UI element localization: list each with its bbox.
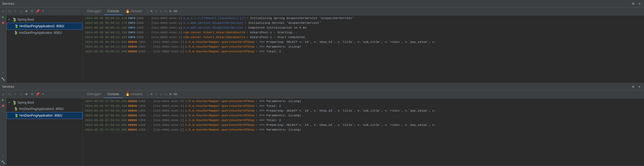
- tab-action-5[interactable]: ≡⊡: [173, 9, 178, 14]
- log-message: : Completed initialization in 4 ms: [245, 25, 307, 30]
- tab-debugger[interactable]: Debugger: [84, 90, 104, 98]
- tree-item-0[interactable]: 🍃 HmDianPingApplication2 :8082/: [7, 23, 82, 29]
- log-class: com.zaxxer.hikari.HikariDataSource: [183, 35, 245, 40]
- spring-app-icon: 🍃: [14, 24, 18, 28]
- log-thread: 2392: [138, 44, 146, 49]
- titlebar-left: Services: [2, 85, 14, 89]
- log-thread-name: [nio-8082-exec-1]: [151, 25, 182, 30]
- tab-action-4[interactable]: ⊡: [168, 92, 173, 97]
- spring-app-icon: 🍃: [14, 113, 18, 118]
- log-line: 2024-05-28 07:59:52.518 DEBUG 1356 --- […: [83, 108, 644, 113]
- tab-bar: DebuggerConsole🔥Actuator≡↑↓↑↓⊡≡⊡: [83, 90, 644, 98]
- log-level: INFO: [128, 35, 136, 40]
- tree-item-0[interactable]: 🍃 HmDianPingApplication2 :8082/: [6, 106, 83, 112]
- refresh-icon[interactable]: ↺: [1, 91, 6, 97]
- tab-action-5[interactable]: ≡⊡: [173, 92, 178, 97]
- panel-body: ↺▶⏹↑🔧↑↓↑↓⊞▽📌+ ▼ 🍃 Spring Boot 🍃 HmDianPi…: [0, 7, 644, 83]
- main-content: DebuggerConsole🔥Actuator≡↑↓↑↓⊡≡⊡ 2024-05…: [83, 90, 644, 166]
- log-dashes: ---: [147, 127, 152, 132]
- run-icon[interactable]: ▶: [1, 97, 6, 103]
- toolbar-icon-1[interactable]: ↑: [13, 92, 18, 97]
- log-message: : ==> Preparing: SELECT v.`id`, v.`shop_…: [255, 123, 436, 127]
- toolbar-icon-5[interactable]: 📌: [35, 92, 40, 97]
- log-line: 2024-05-28 08:00:21.218 INFO 2392 --- [n…: [83, 30, 644, 35]
- spring-boot-folder-icon: 🍃: [12, 100, 16, 105]
- tab-console[interactable]: Console: [104, 90, 122, 98]
- stop-icon[interactable]: ⏹: [1, 103, 6, 108]
- log-line: 2024-05-28 07:59:52.410 DEBUG 1356 --- […: [83, 104, 644, 108]
- close-icon[interactable]: ✕: [637, 84, 642, 89]
- log-level: DEBUG: [128, 40, 137, 44]
- tree-root-spring-boot[interactable]: ▼ 🍃 Spring Boot: [6, 99, 83, 106]
- tab-console[interactable]: Console: [104, 7, 122, 15]
- log-message: : Initializing Servlet 'dispatcherServle…: [245, 21, 321, 25]
- tab-action-0[interactable]: ≡: [149, 92, 154, 97]
- settings-icon[interactable]: ⚙: [631, 1, 636, 6]
- tab-action-4[interactable]: ⊡: [168, 9, 173, 14]
- log-message: : Initializing Spring DispatcherServlet …: [246, 16, 354, 21]
- settings-icon[interactable]: ⚙: [631, 84, 636, 89]
- toolbar-icon-2[interactable]: ↓: [18, 9, 23, 14]
- log-class: c.h.m.VoucherMapper.queryVoucherOfShop: [185, 99, 254, 104]
- tab-debugger[interactable]: Debugger: [84, 7, 104, 15]
- log-timestamp: 2024-05-28 08:00:21.942: [85, 44, 127, 49]
- log-thread: 2392: [136, 21, 144, 25]
- tree-item-1[interactable]: 🍃 HmDianPingApplication :8081/: [6, 30, 83, 36]
- log-thread: 2392: [136, 30, 144, 35]
- log-dashes: ---: [145, 21, 150, 25]
- toolbar-icon-2[interactable]: ↓: [18, 92, 23, 97]
- log-message: : <== Total: 2: [255, 118, 281, 123]
- log-thread: 1356: [138, 113, 146, 118]
- tab-actuator[interactable]: 🔥Actuator: [122, 90, 146, 98]
- wrench-icon[interactable]: 🔧: [1, 76, 6, 82]
- log-thread: 1356: [138, 127, 146, 132]
- log-thread-name: [nio-8082-exec-1]: [151, 30, 182, 35]
- toolbar-icon-6[interactable]: +: [41, 92, 45, 97]
- log-thread: 2392: [136, 35, 144, 40]
- tab-action-0[interactable]: ≡: [149, 9, 154, 14]
- tree-item-label: HmDianPingApplication2 :8082/: [19, 107, 64, 111]
- tab-actuator[interactable]: 🔥Actuator: [122, 7, 146, 15]
- log-line: 2024-05-28 08:00:21.999 DEBUG 2392 --- […: [83, 49, 644, 54]
- tree-root-spring-boot[interactable]: ▼ 🍃 Spring Boot: [6, 16, 83, 23]
- close-icon[interactable]: ✕: [637, 1, 642, 6]
- log-level: DEBUG: [128, 49, 137, 54]
- log-timestamp: 2024-05-28 08:00:21.926: [85, 35, 127, 40]
- log-dashes: ---: [147, 49, 152, 54]
- tab-action-3[interactable]: ↑↓: [163, 92, 168, 97]
- toolbar-icon-5[interactable]: 📌: [35, 9, 40, 14]
- log-thread-name: [nio-8081-exec-4]: [153, 104, 184, 108]
- refresh-icon[interactable]: ↺: [1, 8, 6, 14]
- log-line: 2024-05-28 07:59:52.695 DEBUG 1356 --- […: [83, 123, 644, 127]
- log-line: 2024-05-28 07:59:52.518 DEBUG 1356 --- […: [83, 113, 644, 118]
- tab-action-1[interactable]: ↑: [154, 92, 158, 97]
- sidebar: ↑↓↑↓⊞▽📌+ ▼ 🍃 Spring Boot 🍃 HmDianPingApp…: [6, 90, 83, 166]
- toolbar-icon-3[interactable]: ⊞: [24, 92, 29, 97]
- toolbar-icon-6[interactable]: +: [41, 9, 45, 14]
- tab-action-3[interactable]: ↑↓: [163, 9, 168, 14]
- log-thread: 2392: [138, 40, 146, 44]
- stop-icon[interactable]: ⏹: [1, 20, 6, 25]
- tree-item-1[interactable]: 🍃 HmDianPingApplication :8081/: [7, 112, 82, 119]
- toolbar-icon-4[interactable]: ▽: [30, 92, 34, 97]
- toolbar-icon-0[interactable]: ↑↓: [7, 92, 12, 97]
- wrench-icon[interactable]: 🔧: [1, 159, 6, 165]
- toolbar-icon-3[interactable]: ⊞: [24, 9, 29, 14]
- panel-titlebar: Services⚙✕: [0, 83, 644, 90]
- log-timestamp: 2024-05-28 07:59:52.518: [85, 113, 127, 118]
- tab-action-1[interactable]: ↑: [154, 9, 158, 14]
- toolbar-icon-1[interactable]: ↑: [13, 9, 18, 14]
- toolbar-icon-0[interactable]: ↑↓: [7, 9, 12, 14]
- log-line: 2024-05-28 07:59:52.581 DEBUG 1356 --- […: [83, 118, 644, 123]
- tab-action-2[interactable]: ↓: [158, 92, 163, 97]
- run-icon[interactable]: ▶: [1, 14, 6, 20]
- toolbar-icon-4[interactable]: ▽: [30, 9, 34, 14]
- panel-1: Services⚙✕↺▶⏹↑🔧↑↓↑↓⊞▽📌+ ▼ 🍃 Spring Boot …: [0, 83, 644, 166]
- up-icon[interactable]: ↑: [1, 71, 6, 76]
- log-timestamp: 2024-05-28 08:00:21.179: [85, 21, 127, 25]
- log-class: c.h.m.VoucherMapper.queryVoucherOfShop: [185, 49, 254, 54]
- up-icon[interactable]: ↑: [1, 154, 6, 159]
- log-dashes: ---: [147, 104, 152, 108]
- tab-action-2[interactable]: ↓: [158, 9, 163, 14]
- log-line: 2024-05-28 08:00:21.926 INFO 2392 --- [n…: [83, 35, 644, 40]
